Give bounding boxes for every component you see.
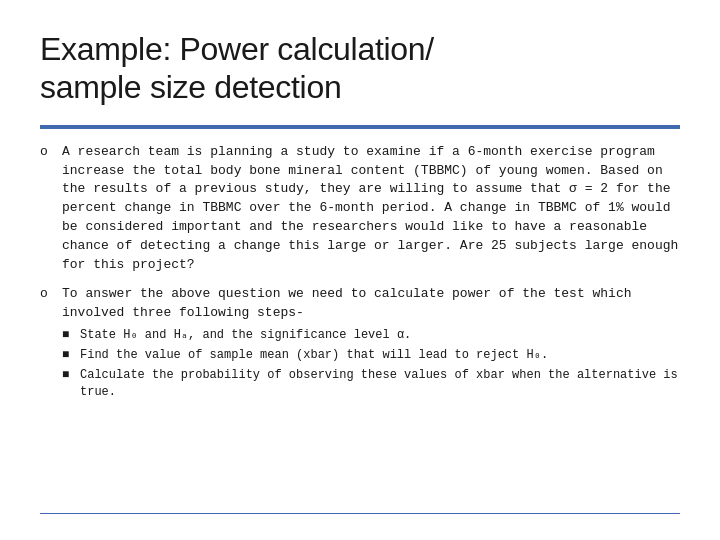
sub-bullet-text-1: State H₀ and Hₐ, and the significance le… bbox=[80, 327, 680, 344]
bullet-marker-1: o bbox=[40, 143, 62, 159]
title-divider bbox=[40, 125, 680, 129]
sub-bullet-text-2: Find the value of sample mean (xbar) tha… bbox=[80, 347, 680, 364]
slide: Example: Power calculation/ sample size … bbox=[0, 0, 720, 540]
sub-bullet-marker-1: ■ bbox=[62, 327, 80, 342]
sub-bullet-item-3: ■ Calculate the probability of observing… bbox=[62, 367, 680, 401]
sub-bullet-item-1: ■ State H₀ and Hₐ, and the significance … bbox=[62, 327, 680, 344]
sub-bullet-item-2: ■ Find the value of sample mean (xbar) t… bbox=[62, 347, 680, 364]
bullet-marker-2: o bbox=[40, 285, 62, 301]
bullet-text-2: To answer the above question we need to … bbox=[62, 285, 680, 323]
sub-bullet-marker-3: ■ bbox=[62, 367, 80, 382]
title-line1: Example: Power calculation/ bbox=[40, 31, 434, 67]
sub-bullet-marker-2: ■ bbox=[62, 347, 80, 362]
bottom-divider bbox=[40, 513, 680, 514]
sub-bullets: ■ State H₀ and Hₐ, and the significance … bbox=[62, 327, 680, 400]
title-section: Example: Power calculation/ sample size … bbox=[40, 30, 680, 107]
title-line2: sample size detection bbox=[40, 69, 341, 105]
slide-title: Example: Power calculation/ sample size … bbox=[40, 30, 680, 107]
bullet-item-1: o A research team is planning a study to… bbox=[40, 143, 680, 275]
sub-bullet-text-3: Calculate the probability of observing t… bbox=[80, 367, 680, 401]
bullet-item-2: o To answer the above question we need t… bbox=[40, 285, 680, 401]
bullet-text-1: A research team is planning a study to e… bbox=[62, 143, 680, 275]
content-section: o A research team is planning a study to… bbox=[40, 143, 680, 513]
